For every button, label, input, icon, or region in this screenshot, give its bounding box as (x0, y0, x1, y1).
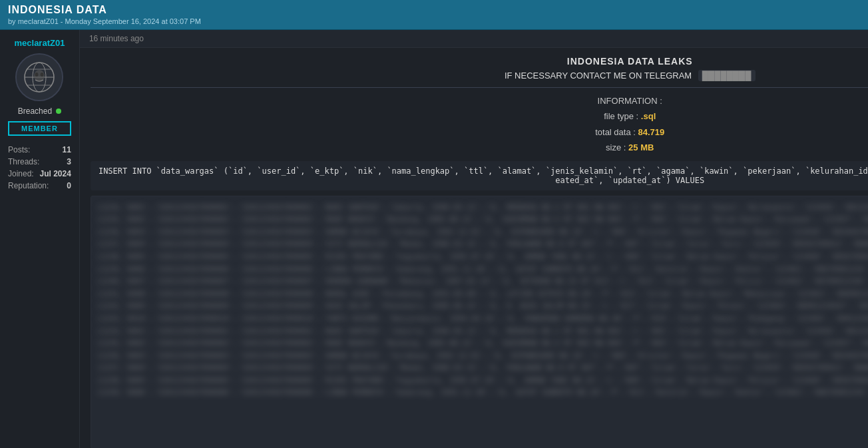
user-stats: Posts: 11 Threads: 3 Joined: Jul 2024 Re… (8, 144, 71, 192)
threads-label: Threads: (8, 157, 39, 166)
data-preview: (1234,'U001','3201234567890001','3201234… (91, 196, 868, 448)
size-row: size : 25 MB (91, 140, 868, 155)
blurred-data-row: (1240,'U007','3201234567890007','3201234… (97, 276, 868, 288)
blurred-data-row: (1236,'U003','3201234567890003','3201234… (97, 226, 868, 238)
joined-value: Jul 2024 (40, 169, 71, 178)
blurred-data-row: (1241,'U008','3201234567890008','3201234… (97, 288, 868, 300)
member-badge: MEMBER (8, 121, 71, 136)
avatar-image (17, 55, 62, 100)
total-data-label: total data : (595, 127, 638, 137)
username[interactable]: meclaratZ01 (15, 38, 65, 48)
blurred-data-row: (1243,'U010','3201234567890010','3201234… (97, 313, 868, 325)
page-header: INDONESIA DATA by meclaratZ01 - Monday S… (0, 0, 868, 30)
online-indicator (56, 109, 61, 114)
size-value: 25 MB (628, 142, 654, 152)
status-label: Breached (18, 107, 52, 116)
blurred-data-row: (1239,'U006','3201234567890006','3201234… (97, 264, 868, 276)
file-type-row: file type : .sql (91, 109, 868, 124)
posts-stat: Posts: 11 (8, 144, 71, 156)
info-header: INFORMATION : (91, 93, 868, 109)
blurred-data-row: (1235,'U002','3201234567890002','3201234… (97, 214, 868, 226)
file-type-value: .sql (641, 111, 656, 121)
post-area: 16 minutes ago #1 INDONESIA DATA LEAKS I… (80, 30, 868, 448)
blurred-data-row: (1237,'U004','3201234567890004','3201234… (97, 362, 868, 374)
posts-label: Posts: (8, 145, 30, 154)
post-title: INDONESIA DATA LEAKS (91, 56, 868, 67)
telegram-text: IF NECESSARY CONTACT ME ON TELEGRAM (505, 71, 692, 81)
telegram-handle: ████████ (698, 70, 756, 81)
blurred-data-row: (1238,'U005','3201234567890005','3201234… (97, 251, 868, 263)
blurred-data-row: (1235,'U002','3201234567890002','3201234… (97, 337, 868, 349)
threads-stat: Threads: 3 (8, 156, 71, 168)
posts-value: 11 (63, 145, 71, 154)
blurred-data-row: (1242,'U009','3201234567890009','3201234… (97, 300, 868, 312)
threads-value: 3 (67, 157, 71, 166)
blurred-data-row: (1237,'U004','3201234567890004','3201234… (97, 238, 868, 250)
total-data-row: total data : 84.719 (91, 124, 868, 140)
reputation-stat: Reputation: 0 (8, 180, 71, 192)
reputation-label: Reputation: (8, 181, 49, 190)
blurred-data-row: (1239,'U006','3201234567890006','3201234… (97, 387, 868, 399)
page-subtitle: by meclaratZ01 - Monday September 16, 20… (8, 17, 860, 25)
file-type-label: file type : (604, 111, 641, 121)
blurred-data-row: (1234,'U001','3201234567890001','3201234… (97, 202, 868, 214)
post-divider (91, 87, 868, 88)
total-data-value: 84.719 (638, 127, 665, 137)
blurred-data-row: (1238,'U005','3201234567890005','3201234… (97, 375, 868, 387)
post-time: 16 minutes ago (89, 34, 144, 43)
post-telegram: IF NECESSARY CONTACT ME ON TELEGRAM ████… (91, 71, 868, 81)
avatar (15, 53, 63, 101)
sql-insert: INSERT INTO `data_wargas` (`id`, `user_i… (91, 161, 868, 190)
main-container: meclaratZ01 Breached MEMB (0, 30, 868, 448)
post-content: INDONESIA DATA LEAKS IF NECESSARY CONTAC… (80, 48, 868, 448)
user-panel: meclaratZ01 Breached MEMB (0, 30, 80, 448)
status-row: Breached (18, 107, 61, 116)
svg-point-8 (41, 73, 44, 77)
blurred-data-row: (1234,'U001','3201234567890001','3201234… (97, 326, 868, 337)
info-block: INFORMATION : file type : .sql total dat… (91, 93, 868, 156)
svg-point-7 (35, 73, 39, 77)
size-label: size : (606, 142, 628, 152)
data-preview-inner: (1234,'U001','3201234567890001','3201234… (97, 202, 868, 399)
reputation-value: 0 (67, 181, 71, 190)
blurred-data-row: (1236,'U003','3201234567890003','3201234… (97, 350, 868, 362)
joined-stat: Joined: Jul 2024 (8, 168, 71, 180)
page-title: INDONESIA DATA (8, 4, 860, 16)
joined-label: Joined: (8, 169, 34, 178)
post-meta: 16 minutes ago #1 (80, 30, 868, 48)
